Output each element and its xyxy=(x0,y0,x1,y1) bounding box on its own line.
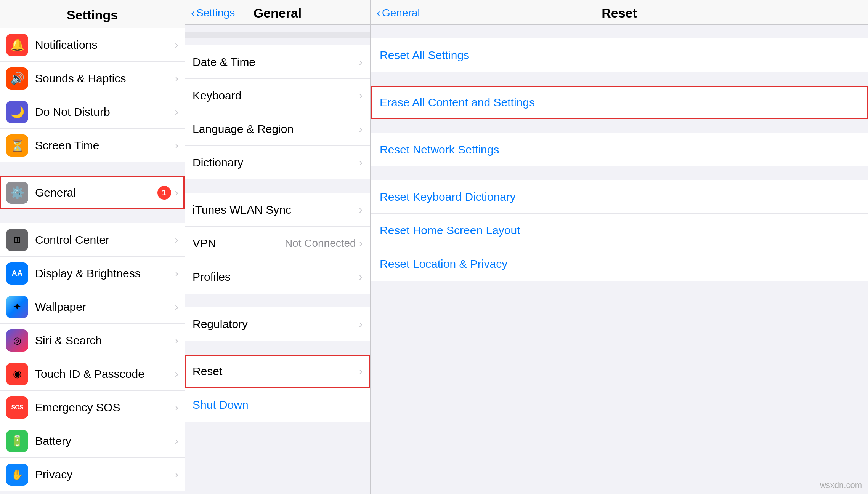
screentime-icon: ⏳ xyxy=(6,134,28,157)
privacy-chevron: › xyxy=(175,468,178,481)
top-spacer xyxy=(185,32,370,38)
reset-homescreen-label: Reset Home Screen Layout xyxy=(380,224,520,237)
sounds-icon: 🔊 xyxy=(6,67,28,90)
controlcenter-label: Control Center xyxy=(35,233,175,246)
vpn-value: Not Connected xyxy=(285,237,356,249)
general-label: General xyxy=(35,186,157,199)
dictionary-chevron: › xyxy=(359,157,363,169)
right-section-2: Erase All Content and Settings xyxy=(371,86,868,119)
erase-all-row[interactable]: Erase All Content and Settings xyxy=(371,86,868,119)
sidebar-item-display[interactable]: AA Display & Brightness › xyxy=(0,257,185,290)
sidebar-item-battery[interactable]: 🔋 Battery › xyxy=(0,424,185,458)
datetime-label: Date & Time xyxy=(193,56,359,69)
controlcenter-icon: ⊞ xyxy=(6,229,28,251)
siri-chevron: › xyxy=(175,334,178,347)
middle-back-chevron: ‹ xyxy=(191,7,195,19)
sidebar-item-emergencysos[interactable]: SOS Emergency SOS › xyxy=(0,391,185,424)
divider-2 xyxy=(0,209,185,223)
middle-item-shutdown[interactable]: Shut Down xyxy=(185,388,370,422)
sidebar-item-sounds[interactable]: 🔊 Sounds & Haptics › xyxy=(0,62,185,95)
middle-item-reset[interactable]: Reset › xyxy=(185,355,370,388)
wlan-chevron: › xyxy=(359,204,363,216)
battery-icon: 🔋 xyxy=(6,430,28,452)
middle-item-profiles[interactable]: Profiles › xyxy=(185,260,370,294)
right-section-4: Reset Keyboard Dictionary Reset Home Scr… xyxy=(371,180,868,281)
middle-section-2: iTunes WLAN Sync › VPN Not Connected › P… xyxy=(185,193,370,294)
donotdisturb-label: Do Not Disturb xyxy=(35,106,175,118)
sidebar-item-general[interactable]: ⚙️ General 1 › xyxy=(0,176,185,209)
middle-divider-3 xyxy=(185,341,370,355)
vpn-label: VPN xyxy=(193,237,285,250)
keyboard-label: Keyboard xyxy=(193,89,359,102)
touchid-chevron: › xyxy=(175,368,178,380)
reset-all-settings-row[interactable]: Reset All Settings xyxy=(371,38,868,72)
privacy-label: Privacy xyxy=(35,468,175,481)
display-chevron: › xyxy=(175,267,178,280)
right-divider-3 xyxy=(371,166,868,180)
right-back-chevron: ‹ xyxy=(377,7,380,19)
sidebar-item-siri[interactable]: ◎ Siri & Search › xyxy=(0,324,185,357)
regulatory-chevron: › xyxy=(359,318,363,330)
middle-section-1: Date & Time › Keyboard › Language & Regi… xyxy=(185,45,370,179)
sidebar-item-screentime[interactable]: ⏳ Screen Time › xyxy=(0,129,185,162)
middle-column: ‹ Settings General Date & Time › Keyboar… xyxy=(185,0,371,494)
right-divider-0 xyxy=(371,25,868,38)
middle-back-button[interactable]: ‹ Settings xyxy=(191,7,235,19)
middle-item-vpn[interactable]: VPN Not Connected › xyxy=(185,227,370,260)
right-column-header: ‹ General Reset xyxy=(371,0,868,25)
reset-homescreen-row[interactable]: Reset Home Screen Layout xyxy=(371,214,868,247)
sidebar-item-privacy[interactable]: ✋ Privacy › xyxy=(0,458,185,491)
middle-item-keyboard[interactable]: Keyboard › xyxy=(185,79,370,112)
general-badge: 1 xyxy=(157,186,171,200)
wallpaper-chevron: › xyxy=(175,301,178,313)
left-column-title: Settings xyxy=(67,8,118,22)
general-icon: ⚙️ xyxy=(6,182,28,204)
battery-chevron: › xyxy=(175,435,178,447)
right-back-button[interactable]: ‹ General xyxy=(377,7,420,19)
left-settings-list: 🔔 Notifications › 🔊 Sounds & Haptics › 🌙… xyxy=(0,28,185,494)
middle-column-header: ‹ Settings General xyxy=(185,0,370,25)
profiles-label: Profiles xyxy=(193,270,359,283)
reset-network-label: Reset Network Settings xyxy=(380,143,499,156)
reset-label: Reset xyxy=(193,365,359,378)
touchid-label: Touch ID & Passcode xyxy=(35,368,175,380)
reset-chevron: › xyxy=(359,365,363,377)
reset-list: Reset All Settings Erase All Content and… xyxy=(371,25,868,494)
middle-item-wlan[interactable]: iTunes WLAN Sync › xyxy=(185,193,370,227)
touchid-icon: ◉ xyxy=(6,363,28,385)
dictionary-label: Dictionary xyxy=(193,156,359,169)
reset-location-row[interactable]: Reset Location & Privacy xyxy=(371,247,868,281)
middle-item-dictionary[interactable]: Dictionary › xyxy=(185,146,370,179)
screentime-chevron: › xyxy=(175,139,178,152)
reset-all-settings-label: Reset All Settings xyxy=(380,49,469,62)
middle-item-language[interactable]: Language & Region › xyxy=(185,112,370,146)
sidebar-item-notifications[interactable]: 🔔 Notifications › xyxy=(0,28,185,62)
reset-keyboard-row[interactable]: Reset Keyboard Dictionary xyxy=(371,180,868,214)
profiles-chevron: › xyxy=(359,271,363,283)
section-1: 🔔 Notifications › 🔊 Sounds & Haptics › 🌙… xyxy=(0,28,185,162)
donotdisturb-icon: 🌙 xyxy=(6,101,28,123)
sidebar-item-touchid[interactable]: ◉ Touch ID & Passcode › xyxy=(0,357,185,391)
erase-all-label: Erase All Content and Settings xyxy=(380,96,535,109)
wallpaper-icon: ✦ xyxy=(6,296,28,318)
reset-network-row[interactable]: Reset Network Settings xyxy=(371,133,868,166)
sidebar-item-controlcenter[interactable]: ⊞ Control Center › xyxy=(0,223,185,257)
middle-item-regulatory[interactable]: Regulatory › xyxy=(185,307,370,341)
sidebar-item-wallpaper[interactable]: ✦ Wallpaper › xyxy=(0,290,185,324)
emergencysos-label: Emergency SOS xyxy=(35,401,175,414)
right-footer xyxy=(371,281,868,294)
siri-icon: ◎ xyxy=(6,329,28,352)
datetime-chevron: › xyxy=(359,56,363,68)
right-divider-1 xyxy=(371,72,868,86)
screentime-label: Screen Time xyxy=(35,139,175,152)
donotdisturb-chevron: › xyxy=(175,106,178,118)
middle-item-datetime[interactable]: Date & Time › xyxy=(185,45,370,79)
middle-section-4: Reset › xyxy=(185,355,370,388)
display-icon: AA xyxy=(6,262,28,285)
sounds-chevron: › xyxy=(175,72,178,85)
vpn-chevron: › xyxy=(359,237,363,249)
display-label: Display & Brightness xyxy=(35,267,175,280)
middle-back-label: Settings xyxy=(196,7,235,19)
sidebar-item-donotdisturb[interactable]: 🌙 Do Not Disturb › xyxy=(0,95,185,129)
shutdown-label: Shut Down xyxy=(193,398,363,411)
